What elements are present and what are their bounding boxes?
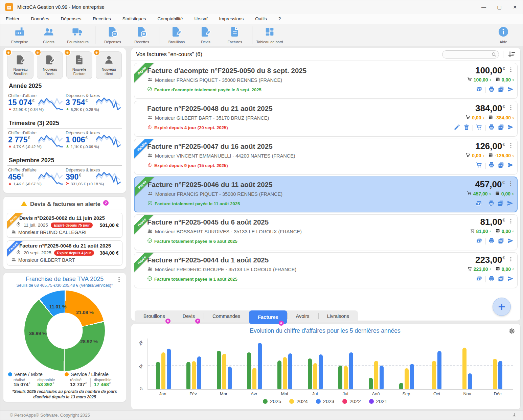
invoice-row[interactable]: PayéeFacture n°F2025-0044 du 1 août 2025… xyxy=(134,252,518,288)
search-input[interactable] xyxy=(442,50,499,59)
pdf-icon[interactable]: PDF xyxy=(498,86,504,94)
cart-icon[interactable] xyxy=(476,162,482,170)
tab-factures[interactable]: Factures6 xyxy=(249,310,287,324)
menu-item-5[interactable]: Comptabilité xyxy=(157,16,183,21)
kebab-menu-icon[interactable] xyxy=(507,181,514,188)
menu-item-1[interactable]: Données xyxy=(31,16,49,21)
printer-icon[interactable] xyxy=(488,200,495,208)
wallet-icon[interactable] xyxy=(476,237,482,246)
menu-item-9[interactable]: ? xyxy=(278,16,281,21)
new-1-button[interactable]: +NouveauDevis xyxy=(37,51,63,79)
legend-year-2024[interactable]: 2024 xyxy=(289,398,308,404)
alert-item[interactable]: DevisDevis n°D2025-0002 du 11 juin 20251… xyxy=(7,213,122,238)
menu-item-7[interactable]: Impressions xyxy=(219,16,244,21)
toolbar-dépenses[interactable]: Dépenses xyxy=(98,26,127,44)
close-button[interactable]: ✕ xyxy=(507,0,523,14)
alert-item[interactable]: FactureFacture n°F2025-0048 du 21 août 2… xyxy=(7,240,122,265)
toolbar-clients[interactable]: Clients xyxy=(34,26,63,44)
tab-devis[interactable]: Devis7 xyxy=(174,310,204,322)
tab-livraisons[interactable]: Livraisons xyxy=(318,310,358,322)
pdf-icon[interactable]: PDF xyxy=(498,124,504,132)
gear-icon[interactable] xyxy=(508,327,516,335)
pdf-icon[interactable]: PDF xyxy=(498,275,504,283)
toolbar-entreprise[interactable]: Entreprise xyxy=(5,26,34,44)
invoice-row[interactable]: Facture n°F2025-0048 du 21 août 2025Mons… xyxy=(134,101,518,137)
invoice-row[interactable]: PayéeFacture n°F2025-0045 du 6 août 2025… xyxy=(134,214,518,250)
tva-title: Franchise de base TVA 2025 xyxy=(7,276,122,283)
cart-icon[interactable] xyxy=(476,124,482,132)
bar-2023 xyxy=(167,349,171,389)
invoice-row[interactable]: PayéeFacture n°F2025-0046 du 11 août 202… xyxy=(134,177,518,212)
trash-icon[interactable] xyxy=(463,124,470,132)
bar-2023 xyxy=(288,353,292,389)
download-icon[interactable] xyxy=(511,412,517,418)
revenue-chart-panel: Evolution du chiffre d'affaires pour les… xyxy=(131,324,521,410)
toolbar-devis[interactable]: Devis xyxy=(191,26,220,44)
toolbar-factures[interactable]: Factures xyxy=(220,26,249,44)
window-title: MicroCA Gestion v0.99 - Mon entreprise xyxy=(17,4,105,10)
printer-icon[interactable] xyxy=(488,275,495,283)
pdf-icon[interactable]: PDF xyxy=(498,162,504,170)
wallet-icon[interactable] xyxy=(475,200,482,208)
new-0-button[interactable]: +NouveauBrouillon xyxy=(7,51,33,79)
send-icon[interactable] xyxy=(507,237,514,246)
kebab-menu-icon[interactable] xyxy=(116,276,122,284)
wallet-icon[interactable] xyxy=(476,86,482,94)
kebab-menu-icon[interactable] xyxy=(508,104,514,112)
minimize-button[interactable]: — xyxy=(476,0,492,14)
menu-item-2[interactable]: Dépenses xyxy=(61,16,82,21)
pdf-icon[interactable]: PDF xyxy=(497,200,504,208)
printer-icon[interactable] xyxy=(488,86,495,94)
menu-item-6[interactable]: Urssaf xyxy=(194,16,207,21)
pdf-icon[interactable]: PDF xyxy=(498,237,504,246)
invoice-row[interactable]: PayéeFacture d'acompte n°F2025-0050 du 8… xyxy=(134,63,518,99)
maximize-button[interactable]: ▢ xyxy=(492,0,507,14)
send-icon[interactable] xyxy=(507,86,514,94)
clock-icon xyxy=(16,250,21,256)
add-invoice-button[interactable]: + xyxy=(493,298,511,316)
toolbar-aide[interactable]: Aide xyxy=(489,26,518,44)
send-icon[interactable] xyxy=(507,200,514,208)
send-icon[interactable] xyxy=(507,275,514,283)
tab-brouillons[interactable]: Brouillons8 xyxy=(135,310,174,322)
new-3-button[interactable]: +Nouveauclient xyxy=(96,51,122,79)
legend-year-2021[interactable]: 2021 xyxy=(369,398,387,404)
kebab-menu-icon[interactable] xyxy=(508,67,514,74)
menu-item-8[interactable]: Outils xyxy=(255,16,267,21)
legend-year-2025[interactable]: 2025 xyxy=(263,398,281,404)
wallet-icon[interactable] xyxy=(476,275,482,283)
kebab-menu-icon[interactable] xyxy=(508,142,514,150)
edit-icon[interactable] xyxy=(454,124,460,132)
legend-year-2023[interactable]: 2023 xyxy=(316,398,334,404)
sort-icon[interactable] xyxy=(507,50,516,59)
printer-icon[interactable] xyxy=(488,237,495,246)
invoice-row[interactable]: ValidéeFacture n°F2025-0047 du 16 août 2… xyxy=(134,139,518,174)
toolbar-recettes[interactable]: Recettes xyxy=(127,26,156,44)
toolbar-brouillons[interactable]: Brouillons xyxy=(162,26,191,44)
bar-2024 xyxy=(462,348,467,389)
toolbar-separator xyxy=(95,26,95,44)
menu-item-3[interactable]: Recettes xyxy=(93,16,111,21)
new-2-button[interactable]: +NouvelleFacture xyxy=(66,51,92,79)
bar-2023 xyxy=(197,356,201,389)
tab-commandes[interactable]: Commandes xyxy=(204,310,249,322)
bar-2025 xyxy=(338,366,342,389)
stats-period-title: Septembre 2025 xyxy=(7,156,122,166)
menu-item-4[interactable]: Statistiques xyxy=(122,16,146,21)
printer-icon[interactable] xyxy=(488,124,495,132)
kebab-menu-icon[interactable] xyxy=(508,218,514,226)
kebab-menu-icon[interactable] xyxy=(508,256,514,263)
send-icon[interactable] xyxy=(507,124,514,132)
toolbar-tableau-de-bord[interactable]: Tableau de bord xyxy=(255,26,284,44)
legend-year-2022[interactable]: 2022 xyxy=(342,398,361,404)
printer-icon[interactable] xyxy=(488,162,495,170)
send-icon[interactable] xyxy=(507,162,514,170)
tab-avoirs[interactable]: Avoirs xyxy=(287,310,318,322)
file-icon xyxy=(229,26,241,39)
tva-legend-item: Vente / Mixteréalisé15 074€disponible53 … xyxy=(8,372,65,387)
menu-item-0[interactable]: Fichier xyxy=(6,16,20,21)
action-separator xyxy=(473,125,473,131)
invoice-list-title: Vos factures "en-cours" (6) xyxy=(136,51,202,57)
toolbar-fournisseurs[interactable]: Fournisseurs xyxy=(63,26,92,44)
month-label: Nov xyxy=(452,391,482,396)
